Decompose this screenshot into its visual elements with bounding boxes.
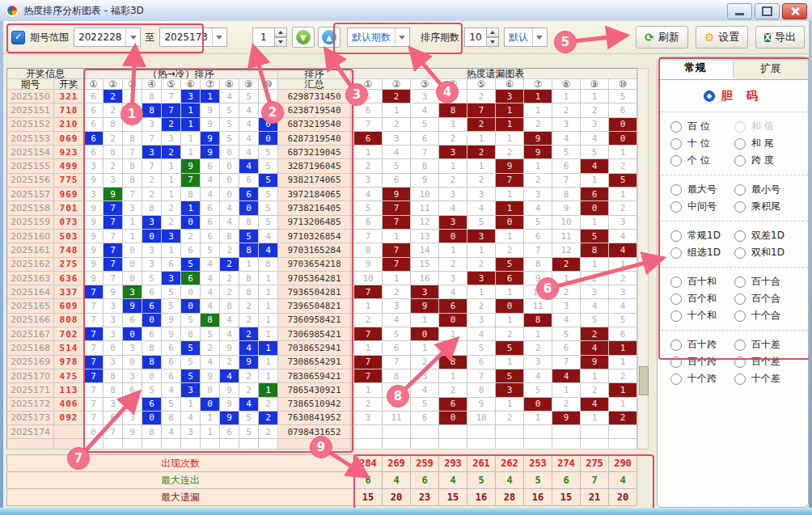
radio-label: 双和1D xyxy=(751,246,785,260)
radio-option-十个差[interactable]: 十个差 xyxy=(734,371,798,386)
sort-periods-up-button[interactable] xyxy=(487,27,499,37)
minimize-button[interactable] xyxy=(727,3,752,19)
sort-cell: 4 xyxy=(220,369,239,383)
default-periods-select[interactable]: 默认期数 xyxy=(347,27,410,47)
tab-regular[interactable]: 常规 xyxy=(658,57,734,79)
radio-option-百个差[interactable]: 百个差 xyxy=(734,354,798,369)
step-down-button[interactable] xyxy=(275,37,287,47)
step-value[interactable]: 1 xyxy=(252,27,275,47)
col-header-omit-3: ③ xyxy=(411,79,439,90)
table-row: 2025159073971320648597132064856712350510… xyxy=(7,216,637,230)
sort-cell: 9 xyxy=(201,132,220,146)
omission-cell: 4 xyxy=(439,201,467,215)
sort-cell: 8 xyxy=(104,369,123,383)
radio-option-百十差[interactable]: 百十差 xyxy=(734,337,798,352)
table-row: 2025168514703865294170386529411612552641 xyxy=(7,341,637,355)
sort-cell: 1 xyxy=(181,118,201,132)
sort-periods-value[interactable]: 10 xyxy=(464,27,487,47)
scrollbar-thumb[interactable] xyxy=(639,366,649,395)
omission-cell: 1 xyxy=(552,383,581,397)
radio-option-十位[interactable]: 十 位 xyxy=(670,136,734,151)
sort-cell: 0 xyxy=(181,216,201,230)
next-period-button[interactable]: ▲ xyxy=(318,27,340,48)
sort-cell: 1 xyxy=(259,383,278,397)
radio-option-常规1D[interactable]: 常规1D xyxy=(670,228,734,243)
tab-extended[interactable]: 扩展 xyxy=(734,57,809,79)
settings-button[interactable]: ⚙ 设置 xyxy=(696,26,749,49)
radio-option-组选1D[interactable]: 组选1D xyxy=(670,245,734,260)
period-range-checkbox[interactable]: ✓ xyxy=(11,31,25,44)
radio-option-双差1D[interactable]: 双差1D xyxy=(734,228,798,243)
sort-cell: 7 xyxy=(84,285,104,299)
draw-cell: 113 xyxy=(54,383,84,397)
refresh-button[interactable]: ⟳ 刷新 xyxy=(636,26,688,49)
radio-option-百个和[interactable]: 百个和 xyxy=(670,291,734,306)
radio-icon xyxy=(734,293,746,305)
sort-cell: 8 xyxy=(181,327,201,341)
omission-cell: 1 xyxy=(467,132,496,146)
omission-cell: 8 xyxy=(439,103,467,117)
radio-option-十个合[interactable]: 十个合 xyxy=(734,308,798,323)
omission-cell: 7 xyxy=(552,356,581,369)
omission-cell: 2 xyxy=(354,159,383,173)
omission-cell: 0 xyxy=(439,412,467,425)
radio-option-百十合[interactable]: 百十合 xyxy=(734,274,798,289)
radio-option-最大号[interactable]: 最大号 xyxy=(670,182,734,197)
sort-cell: 4 xyxy=(259,230,278,243)
radio-option-百位[interactable]: 百 位 xyxy=(670,119,734,134)
sort-cell: 9 xyxy=(201,369,220,383)
sort-cell: 3 xyxy=(104,327,123,341)
period-cell: 2025155 xyxy=(7,159,54,173)
radio-option-十个和[interactable]: 十个和 xyxy=(670,308,734,323)
radio-option-百个跨[interactable]: 百个跨 xyxy=(670,354,734,369)
sort-cell: 6 xyxy=(84,103,104,117)
omission-cell: 11 xyxy=(524,299,552,313)
radio-option-十个跨[interactable]: 十个跨 xyxy=(670,371,734,386)
draw-cell: 406 xyxy=(54,398,84,412)
period-cell: 2025150 xyxy=(7,90,54,103)
omission-cell: 7 xyxy=(354,285,383,299)
table-row: 2025152210687321954068732195407251212330 xyxy=(7,118,637,132)
omission-cell xyxy=(383,425,411,439)
sort-cell: 2 xyxy=(259,425,278,439)
sort-periods-down-button[interactable] xyxy=(487,37,499,47)
radio-option-百个合[interactable]: 百个合 xyxy=(734,291,798,306)
radio-option-百十跨[interactable]: 百十跨 xyxy=(670,337,734,352)
omission-cell: 3 xyxy=(439,188,467,201)
export-button[interactable]: X 导出 xyxy=(755,26,805,49)
omission-cell: 2 xyxy=(467,90,496,103)
maximize-button[interactable] xyxy=(755,3,780,19)
radio-icon xyxy=(670,230,682,242)
omission-cell: 5 xyxy=(467,341,496,355)
sort-cell: 7 xyxy=(123,146,142,159)
omission-cell: 16 xyxy=(411,272,439,285)
vertical-scrollbar[interactable] xyxy=(637,68,649,450)
radio-option-和尾[interactable]: 和 尾 xyxy=(734,136,798,151)
sort-cell: 5 xyxy=(259,201,278,215)
stats-value-cell: 7 xyxy=(581,472,609,489)
step-up-button[interactable] xyxy=(275,27,287,37)
period-cell: 2025169 xyxy=(7,356,54,369)
radio-option-个位[interactable]: 个 位 xyxy=(670,153,734,168)
default-select[interactable]: 默认 xyxy=(504,27,548,47)
omission-cell: 1 xyxy=(609,188,637,201)
radio-option-百十和[interactable]: 百十和 xyxy=(670,274,734,289)
radio-option-最小号[interactable]: 最小号 xyxy=(734,182,798,197)
danma-radio-option[interactable]: 胆 码 xyxy=(658,83,808,109)
sort-cell: 4 xyxy=(259,243,278,257)
radio-option-跨度[interactable]: 跨 度 xyxy=(734,153,798,168)
col-header-sort-5: ⑤ xyxy=(162,79,181,90)
sort-cell: 7 xyxy=(104,230,123,243)
radio-label: 百十差 xyxy=(751,338,780,352)
radio-option-双和1D[interactable]: 双和1D xyxy=(734,245,798,260)
radio-option-中间号[interactable]: 中间号 xyxy=(670,199,734,214)
range-from-select[interactable]: 2022228 xyxy=(74,27,141,47)
range-to-select[interactable]: 2025173 xyxy=(159,27,226,47)
close-button[interactable] xyxy=(782,3,807,19)
sort-cell: 6 xyxy=(201,230,220,243)
radio-option-乘积尾[interactable]: 乘积尾 xyxy=(734,199,798,214)
omission-cell: 2 xyxy=(524,118,552,132)
sort-cell: 5 xyxy=(201,243,220,257)
omission-cell: 3 xyxy=(383,132,411,146)
prev-period-button[interactable]: ▼ xyxy=(292,27,315,48)
